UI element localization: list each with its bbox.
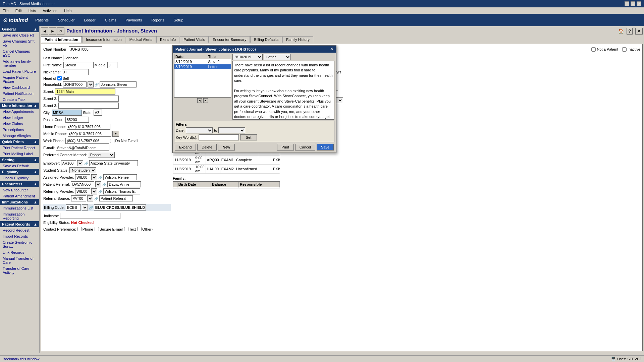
pref-text-checkbox[interactable]: [124, 227, 128, 231]
close-button[interactable]: ✕: [637, 1, 641, 6]
middle-input[interactable]: [107, 62, 117, 68]
sidebar-section-setting[interactable]: Setting ▲: [0, 157, 39, 163]
not-a-patient-checkbox[interactable]: [591, 47, 596, 52]
menu-file[interactable]: File: [1, 8, 10, 13]
expand-button[interactable]: Expand: [175, 144, 196, 150]
nickname-input[interactable]: [62, 69, 89, 75]
maximize-button[interactable]: □: [631, 1, 635, 6]
journal-text-area[interactable]: There have been a lot of recent changes …: [232, 61, 334, 120]
home-phone-input[interactable]: [67, 124, 110, 130]
tab-insurance-information[interactable]: Insurance Information: [82, 36, 125, 43]
help-icon[interactable]: ?: [627, 28, 633, 35]
home-icon[interactable]: 🏠: [618, 28, 624, 34]
journal-row[interactable]: 8/12/2019 SteveJ: [174, 59, 231, 64]
sidebar-item-patient-notification[interactable]: Patient Notification: [0, 90, 39, 97]
patient-referral-name-input[interactable]: [107, 181, 141, 187]
nav-setup[interactable]: Setup: [172, 17, 185, 23]
city-input[interactable]: [52, 110, 82, 116]
menu-activities[interactable]: Activities: [41, 8, 58, 13]
referral-source-select[interactable]: [87, 195, 93, 201]
sidebar-item-record-request[interactable]: Record Request: [0, 227, 39, 233]
sidebar-item-immunizations-list[interactable]: Immunizations List: [0, 205, 39, 211]
billing-name-input[interactable]: [94, 204, 146, 210]
household-name-input[interactable]: [100, 81, 137, 87]
sidebar-item-view-dashboard[interactable]: View Dashboard: [0, 84, 39, 90]
close-window-icon[interactable]: ✕: [635, 28, 643, 35]
mobile-phone-input[interactable]: [68, 131, 111, 137]
sidebar-item-create-task[interactable]: Create a Task: [0, 97, 39, 103]
referral-source-link-icon[interactable]: 🔗: [94, 197, 98, 200]
last-name-input[interactable]: [63, 55, 103, 61]
menu-edit[interactable]: Edit: [14, 8, 23, 13]
self-checkbox[interactable]: [57, 76, 62, 80]
household-link-icon[interactable]: 🔗: [95, 83, 99, 86]
mobile-options-button[interactable]: ▼: [112, 131, 119, 137]
sidebar-item-prescriptions[interactable]: Prescriptions: [0, 127, 39, 133]
referring-provider-select[interactable]: [91, 188, 97, 194]
inactive-checkbox[interactable]: [622, 47, 627, 52]
table-row[interactable]: [173, 187, 280, 188]
sidebar-item-patient-amendment[interactable]: Patient Amendment: [0, 193, 39, 199]
referring-provider-name-input[interactable]: [103, 188, 140, 194]
street1-input[interactable]: [55, 88, 115, 95]
referring-provider-link-icon[interactable]: 🔗: [98, 190, 102, 193]
table-row[interactable]: 11/7/20199:00 amARQ00EXAM1ReadyEXIST: [173, 174, 280, 175]
employer-select[interactable]: [77, 160, 83, 166]
do-not-email-checkbox[interactable]: [110, 139, 114, 143]
sidebar-item-print-mailing[interactable]: Print Mailing Label: [0, 151, 39, 157]
referral-source-name-input[interactable]: [99, 195, 133, 201]
billing-code-input[interactable]: [66, 204, 81, 210]
tab-billing-defaults[interactable]: Billing Defaults: [250, 36, 282, 43]
assigned-provider-link-icon[interactable]: 🔗: [98, 176, 102, 179]
pref-secure-email-checkbox[interactable]: [95, 227, 99, 231]
tab-extra-info[interactable]: Extra Info: [156, 36, 179, 43]
nav-back-button[interactable]: ◄: [41, 27, 48, 35]
tab-encounter-summary[interactable]: Encounter Summary: [209, 36, 250, 43]
tab-patient-vitals[interactable]: Patient Vitals: [180, 36, 209, 43]
tab-patient-information[interactable]: Patient Information: [41, 36, 82, 43]
billing-code-select[interactable]: [82, 204, 88, 210]
street2-input[interactable]: [58, 96, 119, 102]
first-name-input[interactable]: [63, 62, 94, 68]
nav-scheduler[interactable]: Scheduler: [56, 17, 77, 23]
email-input[interactable]: [56, 145, 109, 151]
sidebar-section-immunizations[interactable]: Immunizations ▲: [0, 199, 39, 205]
referral-source-code-input[interactable]: [71, 195, 86, 201]
employer-code-input[interactable]: [61, 160, 76, 166]
set-button[interactable]: Set: [240, 134, 257, 140]
sidebar-section-quick-prints[interactable]: Quick Prints ▲: [0, 139, 39, 145]
household-select[interactable]: [88, 81, 94, 87]
sidebar-item-save-changes[interactable]: Save Changes Shft F5: [0, 38, 39, 48]
sidebar-item-immunization-reporting[interactable]: Immunization Reporting: [0, 211, 39, 221]
sidebar-item-save-close[interactable]: Save and Close F3: [0, 32, 39, 38]
sidebar-item-manual-transfer[interactable]: Manual Transfer of Care: [0, 255, 39, 265]
print-button[interactable]: Print: [277, 144, 294, 150]
sidebar-section-eligibility[interactable]: Eligibility ▲: [0, 169, 39, 175]
state-input[interactable]: [94, 110, 102, 116]
keywords-input[interactable]: [199, 134, 239, 140]
sidebar-item-add-family[interactable]: Add a new family member: [0, 58, 39, 68]
nav-patients[interactable]: Patients: [33, 17, 51, 23]
sidebar-item-transfer-activity[interactable]: Transfer of Care Activity: [0, 265, 39, 276]
sidebar-item-load-picture[interactable]: Load Patient Picture: [0, 68, 39, 74]
minimize-button[interactable]: _: [625, 1, 629, 6]
postal-input[interactable]: [65, 117, 89, 123]
nav-payments[interactable]: Payments: [123, 17, 144, 23]
dialog-close-icon[interactable]: ✕: [330, 47, 333, 51]
filter-date-from[interactable]: [186, 127, 213, 133]
menu-help[interactable]: Help: [63, 8, 73, 13]
chart-number-input[interactable]: [69, 46, 102, 52]
assigned-provider-code-input[interactable]: [75, 174, 90, 180]
table-row[interactable]: 11/8/20199:00 amARQ00EXAM1CompleteEXIST: [173, 156, 280, 165]
work-phone-input[interactable]: [65, 138, 109, 144]
menu-lists[interactable]: Lists: [27, 8, 38, 13]
sidebar-section-more-info[interactable]: More Information ▲: [0, 103, 39, 109]
tab-medical-alerts[interactable]: Medical Alerts: [126, 36, 156, 43]
sidebar-section-general[interactable]: General ▲: [0, 26, 39, 32]
sidebar-item-view-claims[interactable]: View Claims: [0, 121, 39, 127]
assigned-provider-name-input[interactable]: [103, 174, 137, 180]
save-button[interactable]: Save: [317, 144, 334, 150]
patient-referral-select[interactable]: [95, 181, 101, 187]
employer-link-icon[interactable]: 🔗: [84, 162, 88, 165]
street3-input[interactable]: [58, 103, 119, 109]
